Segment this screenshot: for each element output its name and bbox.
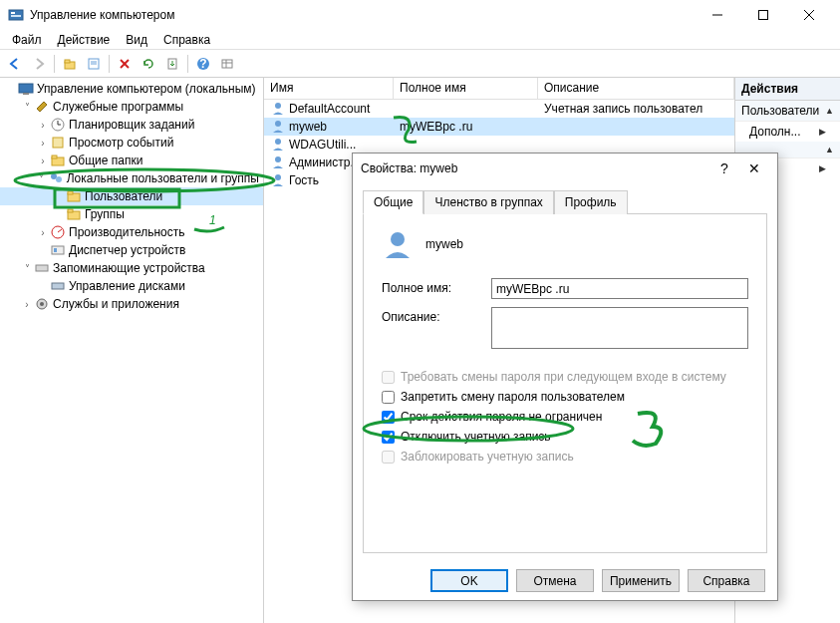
col-description[interactable]: Описание	[538, 78, 734, 99]
checkbox-locked	[382, 451, 395, 464]
col-fullname[interactable]: Полное имя	[394, 78, 538, 99]
dialog-buttons: OK Отмена Применить Справка	[353, 561, 777, 600]
clock-icon	[50, 117, 66, 133]
svg-point-41	[40, 302, 44, 306]
export-button[interactable]	[161, 53, 183, 75]
up-button[interactable]	[59, 53, 81, 75]
tree-storage[interactable]: ˅Запоминающие устройства	[0, 259, 263, 277]
tree-groups[interactable]: Группы	[0, 205, 263, 223]
tab-general[interactable]: Общие	[363, 190, 423, 214]
dialog-close-button[interactable]: ✕	[739, 160, 769, 176]
svg-rect-20	[19, 84, 33, 93]
tree-disk-management[interactable]: Управление дисками	[0, 277, 263, 295]
svg-point-42	[275, 103, 281, 109]
svg-point-44	[275, 139, 281, 145]
tree-device-manager[interactable]: Диспетчер устройств	[0, 241, 263, 259]
delete-button[interactable]	[114, 53, 136, 75]
menu-help[interactable]: Справка	[155, 31, 218, 49]
close-button[interactable]	[786, 0, 832, 30]
tree-shared-folders[interactable]: ›Общие папки	[0, 152, 263, 169]
collapse-icon: ▲	[825, 145, 834, 155]
actions-section-users[interactable]: Пользователи▲	[735, 101, 840, 122]
device-icon	[50, 242, 66, 258]
check-account-disabled[interactable]: Отключить учетную запись	[382, 427, 748, 447]
checkbox-account-disabled[interactable]	[382, 431, 395, 444]
menu-bar: Файл Действие Вид Справка	[0, 30, 840, 50]
list-row[interactable]: WDAGUtili...	[264, 136, 734, 154]
dialog-help-button[interactable]: ?	[709, 160, 739, 176]
svg-rect-38	[36, 265, 48, 271]
minimize-button[interactable]	[695, 0, 740, 30]
dialog-title: Свойства: myweb	[361, 161, 709, 175]
help-button[interactable]: Справка	[688, 569, 765, 592]
tree-users[interactable]: Пользователи	[0, 187, 263, 205]
properties-button[interactable]	[83, 53, 105, 75]
tab-membership[interactable]: Членство в группах	[423, 190, 553, 214]
app-icon	[8, 7, 24, 23]
svg-rect-31	[68, 191, 73, 194]
checkbox-must-change	[382, 371, 395, 384]
svg-rect-39	[52, 283, 64, 289]
fullname-input[interactable]	[491, 278, 748, 299]
tree-services[interactable]: ›Службы и приложения	[0, 295, 263, 313]
tree-label: Производительность	[69, 225, 184, 239]
list-row[interactable]: DefaultAccount Учетная запись пользовате…	[264, 100, 734, 118]
events-icon	[50, 135, 66, 151]
list-row[interactable]: myweb myWEBpc .ru	[264, 118, 734, 136]
tree-system-tools[interactable]: ˅Служебные программы	[0, 98, 263, 116]
cancel-button[interactable]: Отмена	[516, 569, 594, 592]
nav-forward-button[interactable]	[28, 53, 50, 75]
folder-icon	[66, 188, 82, 204]
fullname-label: Полное имя:	[382, 278, 491, 295]
maximize-button[interactable]	[740, 0, 786, 30]
tree-root-label: Управление компьютером (локальным)	[37, 82, 256, 96]
menu-action[interactable]: Действие	[50, 31, 119, 49]
storage-icon	[34, 260, 50, 276]
svg-point-28	[51, 173, 57, 179]
tree-performance[interactable]: ›Производительность	[0, 223, 263, 241]
perf-icon	[50, 224, 66, 240]
refresh-button[interactable]	[138, 53, 159, 75]
svg-rect-37	[54, 248, 57, 252]
check-cant-change[interactable]: Запретить смену пароля пользователем	[382, 387, 748, 407]
tools-icon	[34, 99, 50, 115]
dialog-titlebar[interactable]: Свойства: myweb ? ✕	[353, 154, 777, 183]
actions-header: Действия	[735, 78, 840, 101]
svg-text:?: ?	[199, 57, 206, 71]
ok-button[interactable]: OK	[430, 569, 508, 592]
checkbox-cant-change[interactable]	[382, 391, 395, 404]
tree-event-viewer[interactable]: ›Просмотр событий	[0, 134, 263, 152]
tree-task-scheduler[interactable]: ›Планировщик заданий	[0, 116, 263, 134]
checkbox-never-expire[interactable]	[382, 411, 395, 424]
svg-rect-33	[68, 209, 73, 212]
user-icon	[270, 137, 286, 153]
nav-back-button[interactable]	[4, 53, 26, 75]
tree-label: Планировщик заданий	[69, 118, 194, 132]
help-button[interactable]: ?	[192, 53, 214, 75]
svg-rect-8	[65, 60, 70, 63]
folder-icon	[66, 206, 82, 222]
user-icon	[270, 101, 286, 117]
menu-view[interactable]: Вид	[118, 31, 155, 49]
tree-label: Просмотр событий	[69, 136, 173, 150]
tab-profile[interactable]: Профиль	[554, 190, 628, 214]
computer-icon	[18, 81, 34, 97]
tree-root[interactable]: Управление компьютером (локальным)	[0, 80, 263, 98]
menu-file[interactable]: Файл	[4, 31, 50, 49]
apply-button[interactable]: Применить	[602, 569, 680, 592]
actions-more[interactable]: Дополн...▶	[735, 122, 840, 142]
user-icon	[270, 172, 286, 188]
tree-local-users-groups[interactable]: ˅Локальные пользователи и группы	[0, 169, 263, 187]
svg-point-46	[275, 174, 281, 180]
col-name[interactable]: Имя	[264, 78, 394, 99]
properties-dialog: Свойства: myweb ? ✕ Общие Членство в гру…	[352, 153, 778, 601]
view-button[interactable]	[216, 53, 238, 75]
toolbar: ?	[0, 50, 840, 78]
tree-label: Локальные пользователи и группы	[67, 171, 259, 185]
tree-panel[interactable]: Управление компьютером (локальным) ˅Служ…	[0, 78, 264, 623]
check-never-expire[interactable]: Срок действия пароля не ограничен	[382, 407, 748, 427]
chevron-right-icon: ▶	[819, 127, 826, 137]
description-input[interactable]	[491, 307, 748, 349]
svg-rect-27	[52, 156, 57, 158]
svg-rect-17	[222, 60, 232, 68]
